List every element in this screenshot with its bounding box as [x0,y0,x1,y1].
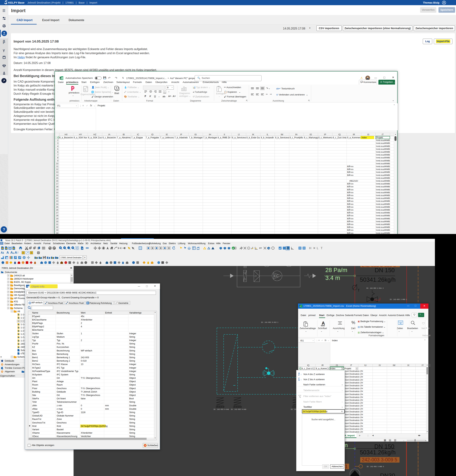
svg-text:X: X [300,305,301,307]
svg-text:50341.26kg/h: 50341.26kg/h [360,449,396,456]
svg-text:1: 1 [345,464,348,469]
svg-text:DN30: DN30 [380,472,395,476]
svg-text:28 Pa/m: 28 Pa/m [325,267,347,273]
svg-text:ID: 242-003 0-048: ID: 242-003 0-048 [231,409,246,410]
svg-text:3.4 m: 3.4 m [325,275,340,281]
svg-text:EC: EC [274,274,279,278]
svg-text:ID: 242-003 2-021 2: ID: 242-003 2-021 2 [366,288,384,289]
svg-text:ID: 242-003 0-048: ID: 242-003 0-048 [213,409,229,410]
svg-text:T: T [357,288,360,292]
svg-text:ID: 242-003 2-008 1: ID: 242-003 2-008 1 [390,299,407,300]
svg-text:ID: 242-003 0-019 1: ID: 242-003 0-019 1 [261,322,278,323]
svg-text:XY: XY [259,247,262,249]
svg-text:50341.26kg/h: 50341.26kg/h [360,276,396,283]
svg-text:ID: 242-003 3-009 5: ID: 242-003 3-009 5 [367,466,384,468]
svg-text:F7: F7 [255,275,257,277]
svg-text:242-003 3-009 5: 242-003 3-009 5 [362,457,397,462]
svg-text:X: X [60,77,61,79]
svg-text:DN 150: DN 150 [375,267,395,273]
